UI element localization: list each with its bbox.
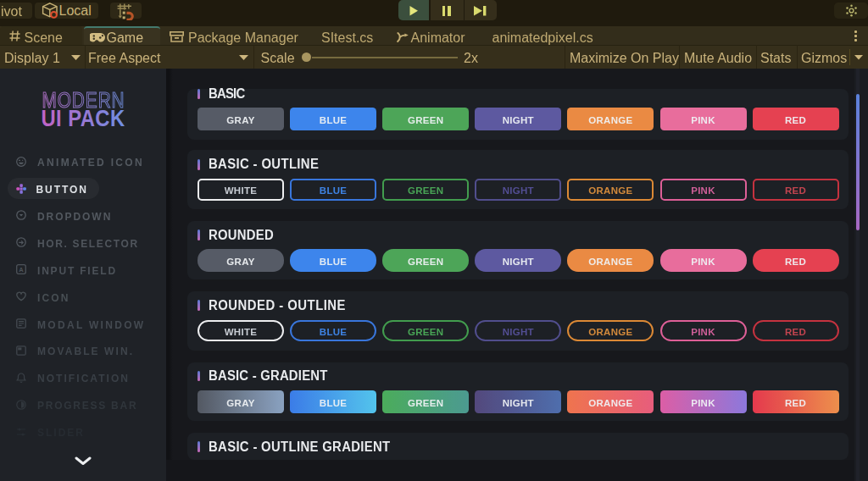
svg-text:UI PACK: UI PACK xyxy=(42,106,125,130)
svg-text:A: A xyxy=(19,266,24,274)
